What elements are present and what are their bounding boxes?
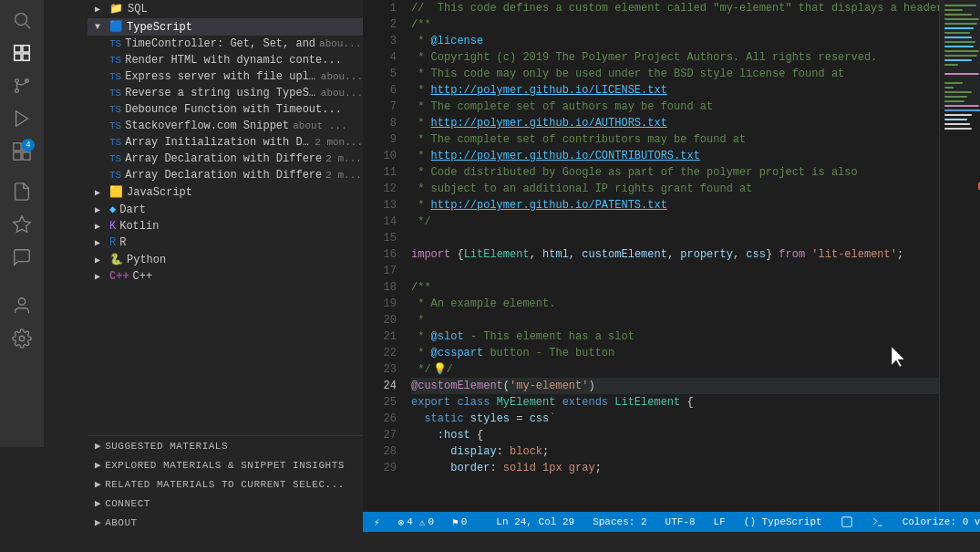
status-bar: ⚡ ⊗ 4 ⚠ 0 ⚑ 0 Ln 24, Col 29 Spaces: 2 <box>363 512 980 532</box>
related-materials-header[interactable]: ▶ RELATED MATERIALS TO CURRENT SELEC... <box>88 474 363 494</box>
editor-area: 1 2 3 4 5 6 7 8 9 10 11 12 13 14 15 16 1 <box>363 0 980 532</box>
code-line-1: // This code defines a custom element ca… <box>411 0 939 16</box>
suggested-label: SUGGESTED MATERIALS <box>105 441 228 452</box>
status-position[interactable]: Ln 24, Col 29 <box>492 512 578 532</box>
debug-icon[interactable] <box>9 106 35 131</box>
code-line-19: * An example element. <box>411 296 939 312</box>
kotlin-icon: K <box>109 220 116 233</box>
search-icon[interactable] <box>9 7 35 33</box>
status-warnings2[interactable]: ⚑ 0 <box>449 512 470 532</box>
svg-rect-41 <box>944 119 967 120</box>
related-arrow: ▶ <box>95 478 101 490</box>
spaces-text: Spaces: 2 <box>593 516 646 527</box>
terminal-icon <box>872 516 884 528</box>
chat-icon[interactable] <box>9 245 35 270</box>
status-errors[interactable]: ⊗ 4 ⚠ 0 <box>395 512 438 532</box>
status-encoding[interactable]: UTF-8 <box>662 512 699 532</box>
extensions2-icon[interactable] <box>9 212 35 237</box>
ts-file-icon5: TS <box>109 104 121 115</box>
status-branch[interactable]: ⚡ <box>370 512 384 532</box>
svg-rect-33 <box>944 82 963 84</box>
settings-icon[interactable] <box>9 326 35 351</box>
tree-item-renderhtml[interactable]: TS Render HTML with dynamic conte... <box>88 52 363 68</box>
tree-item-reverse[interactable]: TS Reverse a string using TypeScr abou..… <box>88 85 363 101</box>
tree-item-cpp[interactable]: ▶ C++ C++ <box>88 268 363 285</box>
status-line-ending[interactable]: LF <box>710 512 729 532</box>
branch-icon: ⚡ <box>374 516 380 528</box>
connect-header[interactable]: ▶ CONNECT <box>88 494 363 513</box>
r-collapse-arrow: ▶ <box>95 237 109 248</box>
svg-rect-32 <box>944 73 979 75</box>
git-icon[interactable] <box>9 73 35 99</box>
status-terminal-icon[interactable] <box>868 512 888 532</box>
error-icon: ⊗ <box>398 516 405 528</box>
svg-rect-29 <box>944 55 977 57</box>
code-line-11: * Code distributed by Google as part of … <box>411 164 939 181</box>
minimap <box>939 0 980 512</box>
ts-file-icon6: TS <box>109 120 121 131</box>
svg-line-1 <box>26 24 30 28</box>
extensions-icon[interactable]: 4 <box>9 139 35 164</box>
explorer-icon[interactable] <box>9 40 35 66</box>
code-line-20: * <box>411 312 939 328</box>
tree-item-typescript[interactable]: ▼ 🟦 TypeScript <box>88 18 363 36</box>
label-express: Express server with file uploa <box>125 70 317 83</box>
code-line-14: */ <box>411 214 939 230</box>
code-line-21: * @slot - This element has a slot <box>411 328 939 345</box>
code-line-25: export class MyElement extends LitElemen… <box>411 394 939 411</box>
snippets-icon[interactable] <box>9 179 35 204</box>
tree-item-debounce[interactable]: TS Debounce Function with Timeout... <box>88 101 363 118</box>
code-line-3: * @license <box>411 33 939 49</box>
svg-rect-25 <box>944 36 972 38</box>
svg-rect-28 <box>944 50 979 52</box>
folder-icon: 📁 <box>109 2 124 16</box>
tree-item-r[interactable]: ▶ R R <box>88 234 363 251</box>
label-stackoverflow: Stackoverflow.com Snippet <box>125 120 289 132</box>
status-spaces[interactable]: Spaces: 2 <box>589 512 650 532</box>
explored-materials-header[interactable]: ▶ EXPLORED MATERIALS & SNIPPET INSIGHTS <box>88 455 363 474</box>
tree-item-sql[interactable]: ▶ 📁 SQL <box>88 0 363 18</box>
connect-label: CONNECT <box>105 498 150 509</box>
explored-label: EXPLORED MATERIALS & SNIPPET INSIGHTS <box>105 460 345 471</box>
status-colorize[interactable]: Colorize: 0 variables <box>899 512 980 532</box>
tree-item-array-init[interactable]: TS Array Initialization with Diff 2 mon.… <box>88 134 363 151</box>
code-line-7: * The complete set of authors may be fou… <box>411 99 939 115</box>
typescript-icon: 🟦 <box>109 20 123 34</box>
tree-item-javascript[interactable]: ▶ 🟨 JavaScript <box>88 183 363 201</box>
cpp-icon: C++ <box>109 270 129 283</box>
account-icon[interactable] <box>9 293 35 318</box>
tree-item-array-decl2[interactable]: TS Array Declaration with Differe 2 m... <box>88 167 363 183</box>
suggested-materials-header[interactable]: ▶ SUGGESTED MATERIALS <box>88 436 363 455</box>
code-line-13: * http://polymer.github.io/PATENTS.txt <box>411 197 939 214</box>
svg-rect-37 <box>944 100 965 102</box>
sidebar-footer: ▶ SUGGESTED MATERIALS ▶ EXPLORED MATERIA… <box>88 435 363 532</box>
svg-point-0 <box>15 14 27 26</box>
tree-label-python: Python <box>127 254 166 266</box>
code-line-28: display: block; <box>411 443 939 460</box>
meta-timecontroller: abou... <box>319 38 361 49</box>
svg-rect-19 <box>944 9 963 11</box>
status-language[interactable]: () TypeScript <box>740 512 826 532</box>
label-reverse: Reverse a string using TypeScr <box>125 87 317 99</box>
tree-item-timecontroller[interactable]: TS TimeController: Get, Set, and abou... <box>88 36 363 52</box>
label-array-decl1: Array Declaration with Differe <box>125 152 322 165</box>
svg-rect-38 <box>944 105 979 107</box>
tree-item-dart[interactable]: ▶ ◆ Dart <box>88 201 363 218</box>
ts-file-icon3: TS <box>109 71 121 82</box>
about-header[interactable]: ▶ ABOUT <box>88 513 363 532</box>
extensions-badge: 4 <box>22 139 35 151</box>
dart-icon: ◆ <box>109 203 116 216</box>
svg-rect-4 <box>15 54 21 60</box>
tree-item-stackoverflow[interactable]: TS Stackoverflow.com Snippet about ... <box>88 118 363 134</box>
status-format-icon[interactable] <box>837 512 857 532</box>
tree-item-kotlin[interactable]: ▶ K Kotlin <box>88 218 363 234</box>
tree-item-python[interactable]: ▶ 🐍 Python <box>88 251 363 268</box>
code-container[interactable]: 1 2 3 4 5 6 7 8 9 10 11 12 13 14 15 16 1 <box>363 0 980 512</box>
code-line-22: * @csspart button - The button <box>411 345 939 361</box>
tree-item-array-decl1[interactable]: TS Array Declaration with Differe 2 m... <box>88 151 363 167</box>
code-editor[interactable]: // This code defines a custom element ca… <box>404 0 939 512</box>
code-line-8: * http://polymer.github.io/AUTHORS.txt <box>411 115 939 131</box>
svg-rect-12 <box>14 152 21 160</box>
python-collapse-arrow: ▶ <box>95 255 109 266</box>
tree-item-express[interactable]: TS Express server with file uploa abou..… <box>88 68 363 85</box>
